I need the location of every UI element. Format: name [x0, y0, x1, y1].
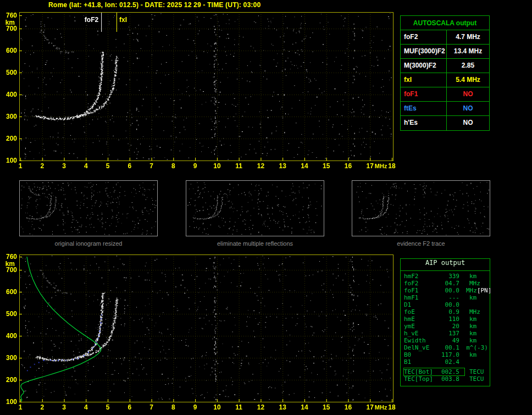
autoscala-param-label: M(3000)F2	[401, 59, 447, 73]
aip-title: AIP output	[401, 259, 490, 271]
aip-param-unit: km	[465, 273, 476, 280]
autoscala-param-value: 4.7 MHz	[447, 30, 489, 44]
autoscala-param-label: MUF(3000)F2	[401, 45, 447, 58]
autoscala-param-label: fxI	[401, 73, 447, 87]
thumb-canvas-3	[352, 180, 490, 236]
aip-row-TECTop: TEC[Top]003.8TECU	[403, 375, 488, 383]
aip-param-unit: MHz	[465, 308, 480, 316]
aip-param-value: 003.8	[438, 375, 461, 383]
aip-param-unit: km	[465, 294, 476, 301]
aip-param-unit: km	[465, 323, 476, 330]
autoscala-title: AUTOSCALA output	[401, 16, 489, 30]
autoscala-param-label: h'Es	[401, 116, 447, 130]
autoscala-param-value: 5.4 MHz	[447, 73, 489, 87]
aip-param-label: TEC[Top]	[404, 375, 438, 383]
autoscala-param-value: NO	[447, 116, 489, 130]
aip-param-unit: MHz	[465, 280, 480, 287]
aip-param-unit: m^(-3)	[462, 344, 488, 351]
thumb-canvas-2	[186, 180, 324, 236]
autoscala-row-MUF3000F2: MUF(3000)F213.4 MHz	[401, 45, 489, 59]
aip-param-unit: km	[465, 337, 476, 344]
thumbnail-filtered: eliminate multiple reflections	[186, 180, 324, 247]
autoscala-row-hEs: h'EsNO	[401, 116, 489, 130]
aip-param-unit: TECU	[465, 368, 484, 375]
autoscala-table-body: foF24.7 MHzMUF(3000)F213.4 MHzM(3000)F22…	[401, 30, 489, 130]
aip-param-unit: km	[465, 316, 476, 323]
app-root: Rome (lat: +41.8, lon: 012.5) - DATE: 20…	[0, 0, 532, 415]
autoscala-row-fxI: fxI5.4 MHz	[401, 73, 489, 87]
thumbnail-f2-trace: evidence F2 trace	[352, 180, 490, 247]
autoscala-param-value: NO	[447, 87, 489, 101]
aip-param-label: B1	[404, 358, 438, 366]
autoscala-param-value: 13.4 MHz	[447, 45, 489, 58]
autoscala-panel: AUTOSCALA output foF24.7 MHzMUF(3000)F21…	[400, 15, 490, 131]
autoscala-param-value: NO	[447, 102, 489, 115]
top-ionogram-canvas	[0, 8, 409, 179]
autoscala-row-M3000F2: M(3000)F22.85	[401, 59, 489, 73]
thumbnail-original: original ionogram resized	[19, 180, 158, 247]
autoscala-row-foF1: foF1NO	[401, 87, 489, 102]
aip-param-value: 02.4	[438, 358, 461, 366]
autoscala-param-label: foF1	[401, 87, 447, 101]
thumb-canvas-1	[19, 180, 158, 236]
autoscala-param-value: 2.85	[447, 59, 489, 73]
thumb-caption-filtered: eliminate multiple reflections	[186, 240, 324, 247]
autoscala-row-ftEs: ftEsNO	[401, 102, 489, 116]
autoscala-row-foF2: foF24.7 MHz	[401, 30, 489, 45]
aip-param-unit: TECU	[465, 375, 484, 383]
aip-param-unit: km	[465, 330, 476, 337]
bottom-ionogram-canvas	[0, 250, 409, 415]
aip-table-body: hmF2339kmfoF204.7MHzfoF100.0MHz[PN]hmF1-…	[401, 271, 490, 383]
autoscala-param-label: foF2	[401, 30, 447, 44]
aip-param-unit: km	[465, 351, 476, 358]
aip-row-B1: B102.4	[403, 358, 488, 366]
aip-param-note: [PN]	[477, 287, 493, 294]
aip-panel: AIP output hmF2339kmfoF204.7MHzfoF100.0M…	[400, 258, 490, 386]
thumb-caption-f2-trace: evidence F2 trace	[352, 240, 490, 247]
thumb-caption-original: original ionogram resized	[19, 240, 158, 247]
autoscala-param-label: ftEs	[401, 102, 447, 115]
